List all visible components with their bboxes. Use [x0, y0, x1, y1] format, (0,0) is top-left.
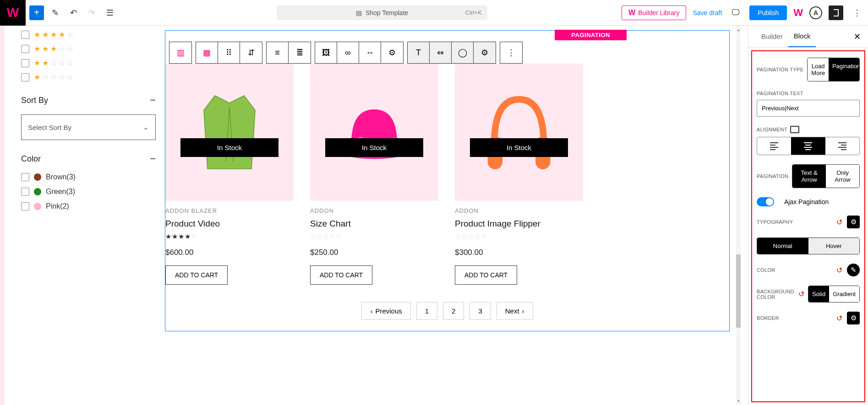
rating-filter-3[interactable]: ★★★☆☆: [21, 44, 156, 53]
redo-icon[interactable]: ↷: [84, 5, 99, 20]
color-label: COLOR: [757, 267, 775, 273]
typography-settings-icon[interactable]: ⚙: [847, 216, 860, 228]
editor-canvas: PAGINATION ▥ ▦ ⠿ ⇵ ≡ ≣ 🖾 ∞ ↔ ⚙: [165, 26, 748, 405]
state-normal-tab[interactable]: Normal: [757, 238, 808, 254]
gradient-option[interactable]: Gradient: [829, 286, 859, 302]
image-icon[interactable]: 🖾: [315, 42, 337, 63]
panel-toggle-icon[interactable]: [829, 5, 843, 20]
product-rating: ☆☆☆☆☆: [310, 232, 438, 241]
canvas-scrollbar[interactable]: ▴ ▾: [736, 26, 741, 405]
layout-icon[interactable]: ▦: [196, 42, 218, 63]
more-menu-icon[interactable]: ⋮: [850, 5, 864, 20]
settings-panel: Builder Block ✕ PAGINATION TYPE Load Mor…: [748, 26, 868, 405]
product-title[interactable]: Size Chart: [310, 219, 438, 229]
next-button[interactable]: Next›: [497, 302, 533, 320]
color-palette-icon[interactable]: ◯: [452, 42, 474, 63]
responsive-icon[interactable]: [790, 126, 799, 133]
outline-icon[interactable]: ☰: [103, 5, 117, 20]
pagination-option[interactable]: Pagination: [829, 58, 860, 81]
product-rating: ☆☆☆☆☆: [455, 232, 583, 241]
block-badge: PAGINATION: [555, 30, 627, 40]
product-card: In Stock ADDON BLAZER Product Video ★★★★…: [165, 64, 294, 285]
rating-filter-1[interactable]: ★☆☆☆☆: [21, 73, 156, 81]
add-to-cart-button[interactable]: ADD TO CART: [165, 265, 228, 285]
add-block-button[interactable]: +: [29, 5, 44, 20]
pagination-text-label: PAGINATION TEXT: [757, 91, 860, 96]
builder-library-button[interactable]: WBuilder Library: [622, 5, 686, 20]
color-picker-icon[interactable]: ✎: [847, 264, 860, 276]
sliders-icon[interactable]: ⚙: [381, 42, 403, 63]
typography-reset-icon[interactable]: ↺: [836, 218, 842, 227]
color-filter-brown[interactable]: Brown(3): [21, 173, 156, 181]
prev-button[interactable]: ‹Previous: [361, 302, 410, 320]
save-draft-link[interactable]: Save draft: [693, 9, 722, 16]
alignment-label: ALIGNMENT: [757, 126, 860, 133]
rating-filter-4[interactable]: ★★★★☆: [21, 30, 156, 39]
text-style-icon[interactable]: T: [408, 42, 430, 63]
product-price: $300.00: [455, 248, 583, 257]
border-reset-icon[interactable]: ↺: [836, 314, 842, 323]
add-to-cart-button[interactable]: ADD TO CART: [455, 265, 517, 285]
load-more-option[interactable]: Load More: [808, 58, 829, 81]
typography-label: TYPOGRAPHY: [757, 219, 793, 225]
width-icon[interactable]: ↔: [359, 42, 381, 63]
product-price: $250.00: [310, 248, 438, 257]
sort-select[interactable]: Select Sort By⌄: [21, 114, 156, 140]
color-reset-icon[interactable]: ↺: [836, 266, 842, 275]
publish-button[interactable]: Publish: [749, 5, 787, 20]
circle-a-icon[interactable]: A: [809, 6, 822, 19]
tab-builder[interactable]: Builder: [756, 26, 788, 47]
state-hover-tab[interactable]: Hover: [808, 238, 860, 254]
solid-option[interactable]: Solid: [808, 286, 829, 302]
color-header[interactable]: Color−: [21, 153, 156, 165]
loop-icon[interactable]: ∞: [337, 42, 359, 63]
stock-badge: In Stock: [325, 138, 423, 157]
edit-icon[interactable]: ✎: [48, 5, 62, 20]
filters-sidebar: ★★★★☆ ★★★☆☆ ★★☆☆☆ ★☆☆☆☆ Sort By− Select …: [0, 26, 165, 405]
close-panel-icon[interactable]: ✕: [854, 32, 861, 42]
drag-icon[interactable]: ⠿: [218, 42, 240, 63]
rating-filter-2[interactable]: ★★☆☆☆: [21, 59, 156, 67]
text-arrow-option[interactable]: Text & Arrow: [792, 165, 826, 188]
product-rating: ★★★★☆: [165, 232, 294, 241]
shop-icon[interactable]: W: [793, 7, 803, 19]
pagination-type-label: PAGINATION TYPE: [757, 67, 803, 72]
product-title[interactable]: Product Image Flipper: [455, 219, 583, 229]
device-preview-icon[interactable]: 🖵: [728, 5, 743, 20]
align-center-icon[interactable]: ≡: [267, 42, 289, 63]
move-icon[interactable]: ⇵: [240, 42, 262, 63]
spacing-icon[interactable]: ⇔: [430, 42, 452, 63]
pagination-style-label: PAGINATION: [757, 173, 788, 179]
align-center-button[interactable]: [791, 137, 825, 155]
product-title[interactable]: Product Video: [165, 219, 294, 229]
ajax-toggle[interactable]: [757, 197, 774, 206]
stock-badge: In Stock: [470, 138, 568, 157]
align-left-button[interactable]: [757, 137, 791, 155]
block-more-icon[interactable]: ⋮: [500, 42, 522, 63]
align-right-button[interactable]: [825, 137, 859, 155]
border-label: BORDER: [757, 315, 779, 321]
align-left-icon[interactable]: ≣: [289, 42, 311, 63]
page-2-button[interactable]: 2: [443, 302, 464, 320]
only-arrow-option[interactable]: Only Arrow: [826, 165, 859, 188]
product-category: ADDON BLAZER: [165, 207, 294, 214]
bg-reset-icon[interactable]: ↺: [798, 290, 804, 298]
settings-gear-icon[interactable]: ⚙: [474, 42, 496, 63]
pagination: ‹Previous 1 2 3 Next›: [165, 302, 729, 320]
columns-icon[interactable]: ▥: [169, 42, 191, 63]
page-1-button[interactable]: 1: [416, 302, 437, 320]
border-settings-icon[interactable]: ⚙: [847, 312, 860, 324]
product-price: $600.00: [165, 248, 294, 257]
color-filter-green[interactable]: Green(3): [21, 188, 156, 196]
undo-icon[interactable]: ↶: [66, 5, 81, 20]
product-card: In Stock ADDON Size Chart ☆☆☆☆☆ $250.00 …: [310, 64, 438, 285]
app-logo[interactable]: W: [0, 0, 26, 26]
color-filter-pink[interactable]: Pink(2): [21, 202, 156, 211]
product-category: ADDON: [455, 207, 583, 214]
add-to-cart-button[interactable]: ADD TO CART: [310, 265, 372, 285]
sort-by-header[interactable]: Sort By−: [21, 94, 156, 106]
pagination-text-input[interactable]: [757, 100, 860, 117]
page-3-button[interactable]: 3: [469, 302, 491, 320]
page-selector[interactable]: ▤ Shop Template Ctrl+K: [277, 5, 487, 20]
tab-block[interactable]: Block: [788, 26, 816, 47]
